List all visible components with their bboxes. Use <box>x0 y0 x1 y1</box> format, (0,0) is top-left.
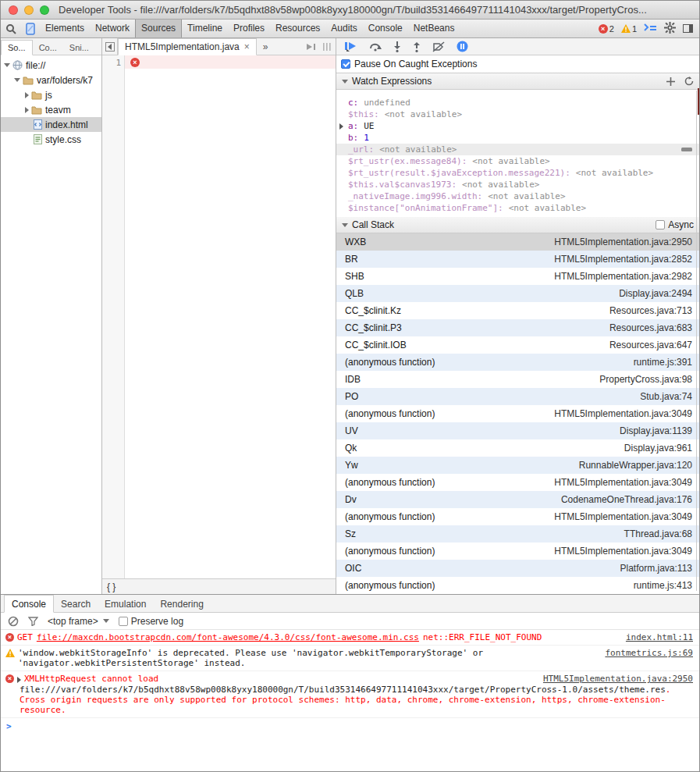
callstack-frame[interactable]: (anonymous function)HTML5Implementation.… <box>336 474 699 491</box>
close-button[interactable] <box>9 5 18 15</box>
column-lines-icon[interactable] <box>323 43 331 51</box>
step-over-icon[interactable] <box>369 41 382 52</box>
step-out-icon[interactable] <box>413 41 421 52</box>
frame-location-link[interactable]: HTML5Implementation.java:2982 <box>554 271 692 282</box>
frame-location-link[interactable]: HTML5Implementation.java:2852 <box>554 254 692 265</box>
frame-location-link[interactable]: HTML5Implementation.java:3049 <box>554 477 692 488</box>
tab-timeline[interactable]: Timeline <box>182 20 228 37</box>
watch-expression-row[interactable]: _url:<not available> <box>336 144 699 155</box>
frame-location-link[interactable]: Display.java:2494 <box>619 288 692 299</box>
watch-expression-row[interactable]: c:undefined <box>336 97 699 109</box>
watch-expression-row[interactable]: $rt_ustr(ex.message84):<not available> <box>336 155 699 167</box>
scrollbar-track[interactable] <box>696 91 697 591</box>
source-link[interactable]: fontmetrics.js:69 <box>605 648 693 658</box>
tab-console[interactable]: Console <box>363 20 408 37</box>
tree-item-folder[interactable]: js <box>1 87 101 102</box>
disclosure-right-icon[interactable] <box>25 107 29 113</box>
callstack-frame[interactable]: WXBHTML5Implementation.java:2950 <box>336 233 699 251</box>
callstack-frame[interactable]: QkDisplay.java:961 <box>336 439 699 457</box>
callstack-frame[interactable]: YwRunnableWrapper.java:120 <box>336 457 699 474</box>
delete-watch-button[interactable] <box>681 148 692 151</box>
frame-selector-dropdown[interactable]: <top frame> <box>48 616 109 627</box>
filter-icon[interactable] <box>28 617 38 626</box>
callstack-frame[interactable]: IDBPropertyCross.java:98 <box>336 371 699 388</box>
tab-sources[interactable]: Sources <box>135 20 182 37</box>
disclosure-down-icon[interactable] <box>14 78 20 82</box>
dock-side-icon[interactable] <box>683 24 693 33</box>
source-link[interactable]: HTML5Implementation.java:2950 <box>543 674 693 684</box>
drawer-tab-rendering[interactable]: Rendering <box>153 596 210 612</box>
url-link[interactable]: file://maxcdn.bootstrapcdn.com/font-awes… <box>37 632 419 642</box>
close-tab-icon[interactable]: × <box>244 41 250 52</box>
tree-item-root[interactable]: file:// <box>1 58 101 73</box>
callstack-frame[interactable]: (anonymous function)HTML5Implementation.… <box>336 405 699 422</box>
disclosure-down-icon[interactable] <box>4 63 10 67</box>
frame-location-link[interactable]: runtime.js:413 <box>634 580 692 591</box>
watch-expression-row[interactable]: $this.val$canvas1973:<not available> <box>336 179 699 190</box>
frame-location-link[interactable]: Stub.java:74 <box>640 391 692 402</box>
callstack-frame[interactable]: QLBDisplay.java:2494 <box>336 285 699 302</box>
callstack-frame[interactable]: (anonymous function)runtime.js:391 <box>336 354 699 371</box>
tab-netbeans[interactable]: NetBeans <box>408 20 460 37</box>
callstack-frame[interactable]: POStub.java:74 <box>336 388 699 405</box>
frame-location-link[interactable]: RunnableWrapper.java:120 <box>579 460 692 471</box>
pause-on-exceptions-icon[interactable] <box>457 41 468 52</box>
search-icon[interactable] <box>1 20 21 37</box>
frame-location-link[interactable]: PropertyCross.java:98 <box>599 374 692 385</box>
disclosure-right-icon[interactable] <box>339 123 343 130</box>
drawer-tab-search[interactable]: Search <box>54 596 98 612</box>
frame-location-link[interactable]: TThread.java:68 <box>624 528 692 539</box>
frame-location-link[interactable]: HTML5Implementation.java:3049 <box>554 408 692 419</box>
watch-expression-row[interactable]: $rt_ustr(result.$javaException.message22… <box>336 167 699 179</box>
callstack-frame[interactable]: (anonymous function)runtime.js:413 <box>336 577 699 594</box>
callstack-frame[interactable]: SzTThread.java:68 <box>336 525 699 543</box>
async-checkbox[interactable] <box>656 220 665 229</box>
callstack-frame[interactable]: CC_$clinit.IOBResources.java:647 <box>336 336 699 354</box>
watch-expression-row[interactable]: a:UE <box>336 120 699 132</box>
source-link[interactable]: index.html:11 <box>626 632 693 642</box>
frame-location-link[interactable]: Resources.java:713 <box>609 305 692 316</box>
preserve-log-checkbox[interactable] <box>119 617 128 626</box>
clear-console-icon[interactable] <box>8 616 19 627</box>
error-count-badge[interactable]: ×2 <box>599 24 614 34</box>
watch-expression-row[interactable]: $instance["onAnimationFrame"]:<not avail… <box>336 202 699 214</box>
callstack-frame[interactable]: CC_$clinit.P3Resources.java:683 <box>336 319 699 336</box>
tree-item-folder[interactable]: var/folders/k7 <box>1 73 101 87</box>
tab-audits[interactable]: Audits <box>325 20 362 37</box>
callstack-frame[interactable]: SHBHTML5Implementation.java:2982 <box>336 268 699 285</box>
tree-item-file[interactable]: style.css <box>1 132 101 147</box>
frame-location-link[interactable]: Resources.java:647 <box>609 340 692 350</box>
device-mode-icon[interactable] <box>21 20 40 37</box>
disclosure-right-icon[interactable] <box>17 677 21 683</box>
tab-elements[interactable]: Elements <box>40 20 90 37</box>
tab-snippets-pane[interactable]: Sni... <box>63 41 95 55</box>
pretty-print-icon[interactable]: { } <box>107 582 115 592</box>
call-stack-header[interactable]: Call Stack Async <box>336 217 699 233</box>
tree-item-file[interactable]: index.html <box>1 117 101 132</box>
collapse-navigator-icon[interactable] <box>102 38 118 55</box>
code-editor[interactable]: 1 × <box>102 55 336 578</box>
callstack-frame[interactable]: CC_$clinit.KzResources.java:713 <box>336 302 699 319</box>
drawer-tab-emulation[interactable]: Emulation <box>98 596 153 612</box>
pause-on-caught-checkbox[interactable] <box>341 59 350 69</box>
tab-profiles[interactable]: Profiles <box>228 20 270 37</box>
frame-location-link[interactable]: Platform.java:113 <box>620 563 693 574</box>
frame-location-link[interactable]: Display.java:961 <box>624 443 692 454</box>
callstack-frame[interactable]: DvCodenameOneThread.java:176 <box>336 491 699 508</box>
frame-location-link[interactable]: Resources.java:683 <box>609 322 692 333</box>
frame-location-link[interactable]: HTML5Implementation.java:2950 <box>554 237 692 247</box>
console-drawer-toggle-icon[interactable] <box>644 23 657 34</box>
editor-tab-html5implementation[interactable]: HTML5Implementation.java × <box>118 38 257 55</box>
callstack-frame[interactable]: (anonymous function)HTML5Implementation.… <box>336 543 699 560</box>
drawer-tab-console[interactable]: Console <box>4 595 54 613</box>
callstack-frame[interactable]: OICPlatform.java:113 <box>336 560 699 577</box>
watch-expressions-header[interactable]: Watch Expressions <box>336 73 699 90</box>
tab-network[interactable]: Network <box>90 20 135 37</box>
minimize-button[interactable] <box>24 5 34 15</box>
frame-location-link[interactable]: HTML5Implementation.java:3049 <box>554 546 692 557</box>
add-watch-icon[interactable] <box>666 77 675 86</box>
zoom-button[interactable] <box>40 5 49 15</box>
watch-expression-row[interactable]: b:1 <box>336 132 699 144</box>
tab-content-scripts-pane[interactable]: Co... <box>33 41 63 55</box>
play-bar-icon[interactable] <box>306 43 317 51</box>
